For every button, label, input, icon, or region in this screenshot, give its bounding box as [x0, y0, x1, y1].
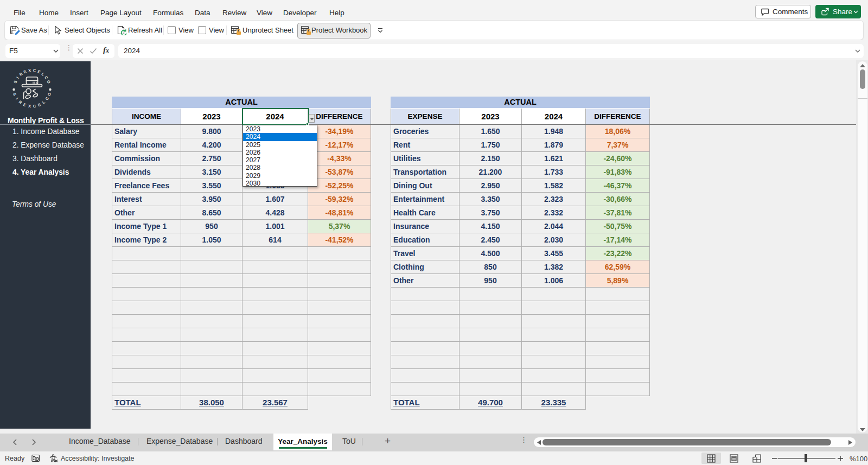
svg-text:O: O [46, 80, 52, 85]
svg-text:L: L [41, 72, 46, 77]
svg-text:X: X [28, 104, 31, 109]
svg-text:E: E [37, 102, 41, 107]
svg-text:L: L [41, 99, 47, 105]
svg-text:I: I [15, 76, 20, 80]
svg-text:E: E [37, 69, 41, 74]
svg-text:E: E [22, 102, 27, 107]
svg-text:R: R [18, 71, 24, 77]
svg-text:E: E [23, 69, 27, 74]
svg-text:C: C [33, 104, 36, 109]
svg-text:C: C [33, 68, 36, 73]
svg-text:I: I [15, 97, 20, 100]
svg-text:S: S [12, 92, 17, 97]
svg-text:R: R [18, 99, 23, 105]
svg-text:X: X [28, 68, 31, 73]
svg-text:O: O [47, 92, 53, 97]
svg-text:C: C [44, 95, 50, 101]
svg-text:S: S [12, 80, 18, 84]
